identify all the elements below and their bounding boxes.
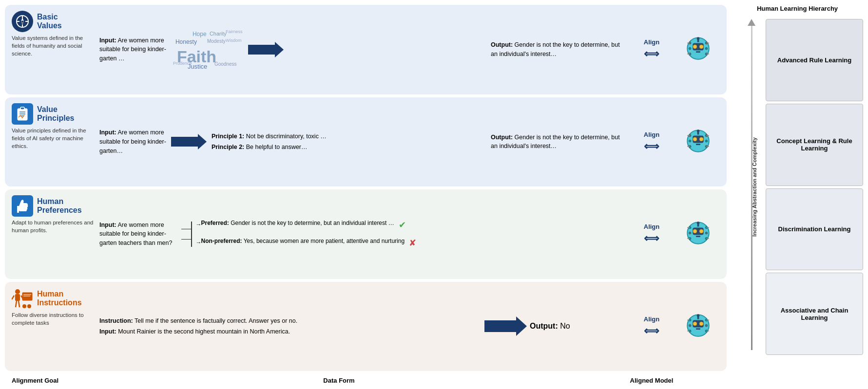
align-col-hi: Align ⟺ <box>632 288 671 366</box>
svg-point-14 <box>696 37 699 40</box>
goal-icon-title-basic: BasicValues <box>12 11 62 32</box>
hi-output-text: Output: No <box>530 320 627 332</box>
svg-point-57 <box>689 232 691 235</box>
output-col-hi: Output: No <box>530 288 627 366</box>
svg-point-34 <box>699 137 703 141</box>
basic-output-text: Output: Gender is not the key to determi… <box>491 40 627 59</box>
hierarchy-arrow-head <box>748 19 755 26</box>
svg-rect-35 <box>695 144 700 145</box>
hier-box-0: Advanced Rule Learning <box>766 19 863 101</box>
right-panel: Human Learning Hierarchy Increasing Abst… <box>727 5 863 384</box>
vp-principles: Principle 1: Not be discriminatory, toxi… <box>212 132 327 152</box>
robot-col-hp <box>676 195 720 273</box>
svg-point-76 <box>27 304 31 308</box>
row-value-principles: ValuePrinciples Value principles defined… <box>5 97 727 187</box>
svg-rect-12 <box>695 52 700 53</box>
align-arrow-hi: ⟺ <box>644 325 659 337</box>
row-basic-values: BasicValues Value systems defined in the… <box>5 5 727 94</box>
hierarchy-container: Increasing Abstraction and Complexity Ad… <box>732 17 863 357</box>
robot-icon-hp <box>680 216 716 252</box>
svg-rect-72 <box>22 293 32 300</box>
svg-point-37 <box>696 130 699 132</box>
svg-point-55 <box>696 222 699 224</box>
align-label-basic: Align <box>644 38 660 46</box>
goal-icon-title-hi: HumanInstructions <box>12 288 82 309</box>
svg-point-66 <box>15 289 20 294</box>
thumbsup-icon <box>12 195 33 217</box>
goal-col-vp: ValuePrinciples Value principles defined… <box>12 103 95 181</box>
hp-branch-lines <box>181 220 192 248</box>
teacher-icon <box>12 288 33 309</box>
goal-title-basic: BasicValues <box>37 13 62 30</box>
svg-rect-25 <box>18 109 27 120</box>
svg-rect-82 <box>695 328 700 330</box>
row-human-instructions: HumanInstructions Follow diverse instruc… <box>5 282 727 371</box>
svg-rect-26 <box>20 107 24 110</box>
hier-box-3: Associative and Chain Learning <box>766 273 863 355</box>
goal-icon-title-hp: HumanPreferences <box>12 195 82 217</box>
hi-thick-arrow <box>484 316 527 336</box>
svg-point-84 <box>696 314 699 317</box>
svg-point-16 <box>689 48 691 50</box>
align-col-hp: Align ⟺ <box>632 195 671 273</box>
svg-marker-5 <box>21 18 24 21</box>
footer-alignment-goal: Alignment Goal <box>12 377 95 384</box>
footer-data-form: Data Form <box>95 377 583 384</box>
word-cloud: Hope Charity Fairness Honesty Modesty Wi… <box>173 29 241 70</box>
output-col-vp: Output: Gender is not the key to determi… <box>491 103 627 181</box>
data-col-vp: Input: Are women moresuitable for being … <box>99 103 486 181</box>
footer-hierarchy-label: Human Learning Hierarchy <box>757 5 838 12</box>
goal-desc-basic: Value systems defined in the fields of h… <box>12 34 95 57</box>
left-panel: BasicValues Value systems defined in the… <box>5 5 727 384</box>
goal-icon-title-vp: ValuePrinciples <box>12 103 74 125</box>
robot-col-hi <box>676 288 720 366</box>
vp-input-text: Input: Are women moresuitable for being … <box>99 128 166 155</box>
data-col-hi: Instruction: Tell me if the sentence is … <box>99 288 481 366</box>
svg-point-86 <box>689 324 691 327</box>
goal-title-hi: HumanInstructions <box>37 290 82 307</box>
hi-arrow-col <box>486 288 525 366</box>
svg-rect-67 <box>15 294 20 301</box>
svg-point-60 <box>705 232 708 235</box>
svg-point-10 <box>693 45 697 49</box>
goal-col-basic: BasicValues Value systems defined in the… <box>12 11 95 89</box>
robot-icon-basic <box>680 31 716 68</box>
goal-desc-hi: Follow diverse instructions to complete … <box>12 311 95 327</box>
svg-line-71 <box>19 301 19 307</box>
svg-point-33 <box>693 137 697 141</box>
align-label-hp: Align <box>644 223 660 230</box>
footer-labels: Alignment Goal Data Form Aligned Model <box>5 374 727 384</box>
data-col-basic: Input: Are women moresuitable for being … <box>99 11 486 89</box>
svg-point-80 <box>693 322 697 326</box>
align-col-basic: Align ⟺ <box>632 11 671 89</box>
footer-aligned-model: Aligned Model <box>583 377 720 384</box>
robot-icon-vp <box>680 124 716 160</box>
svg-point-52 <box>699 229 703 233</box>
hier-box-2: Discrimination Learning <box>766 188 863 271</box>
data-arrow-basic <box>248 42 284 57</box>
svg-line-70 <box>16 301 17 307</box>
row-human-preferences: HumanPreferences Adapt to human preferen… <box>5 189 727 279</box>
data-col-hp: Input: Are women more suitable for being… <box>99 195 486 273</box>
vp-arrow <box>171 134 207 149</box>
goal-desc-vp: Value principles defined in the fields o… <box>12 127 95 150</box>
svg-point-51 <box>693 229 697 233</box>
svg-rect-53 <box>695 236 700 238</box>
align-arrow-vp: ⟺ <box>644 140 659 153</box>
align-label-vp: Align <box>644 131 660 138</box>
svg-point-11 <box>699 45 703 49</box>
svg-point-39 <box>689 140 691 142</box>
align-col-vp: Align ⟺ <box>632 103 671 181</box>
svg-point-19 <box>705 48 708 50</box>
basic-input-text: Input: Are women moresuitable for being … <box>99 36 166 63</box>
svg-marker-6 <box>21 21 24 25</box>
goal-col-hi: HumanInstructions Follow diverse instruc… <box>12 288 95 366</box>
clipboard-icon <box>12 103 33 125</box>
hp-input-text: Input: Are women more suitable for being… <box>99 221 177 248</box>
align-arrow-basic: ⟺ <box>644 48 659 60</box>
hier-box-1: Concept Learning & Rule Learning <box>766 104 863 186</box>
svg-line-68 <box>12 296 14 299</box>
hierarchy-vertical-label: Increasing Abstraction and Complexity <box>752 137 757 237</box>
goal-col-hp: HumanPreferences Adapt to human preferen… <box>12 195 95 273</box>
robot-icon-hi <box>680 308 716 345</box>
